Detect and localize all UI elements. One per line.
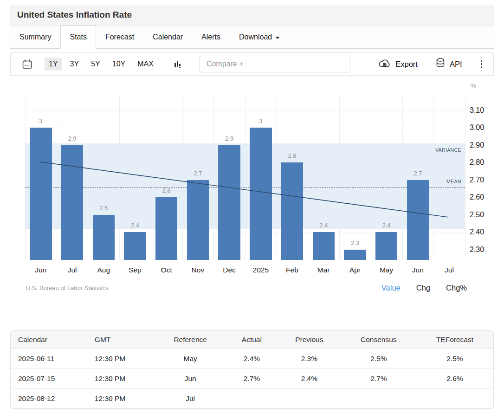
range-button-1y[interactable]: 1Y bbox=[45, 58, 62, 71]
table-cell: 12:30 PM bbox=[87, 369, 155, 389]
tab-stats[interactable]: Stats bbox=[60, 26, 96, 49]
data-source-attribution: U.S. Bureau of Labor Statistics bbox=[26, 284, 109, 291]
bar-chart-icon[interactable] bbox=[174, 60, 182, 68]
y-axis-tick: 2.30 bbox=[470, 245, 484, 255]
range-button-max[interactable]: MAX bbox=[133, 58, 158, 71]
y-axis-tick: 2.60 bbox=[470, 192, 484, 202]
x-axis-label: Jul bbox=[57, 266, 88, 274]
tab-summary[interactable]: Summary bbox=[10, 26, 60, 48]
table-cell bbox=[226, 389, 278, 409]
y-axis: % 3.103.002.902.802.702.602.502.402.30 bbox=[465, 95, 494, 260]
table-cell: 2.3% bbox=[278, 349, 341, 369]
y-axis-tick: 3.10 bbox=[470, 105, 484, 116]
table-cell: 2.4% bbox=[278, 369, 341, 389]
x-axis-label: Oct bbox=[151, 266, 182, 274]
tab-download[interactable]: Download bbox=[230, 26, 289, 48]
toggle-chgpct[interactable]: Chg% bbox=[446, 284, 467, 292]
calendar-table: CalendarGMTReferenceActualPreviousConsen… bbox=[10, 330, 494, 409]
toggle-value[interactable]: Value bbox=[381, 284, 401, 292]
table-cell: 12:30 PM bbox=[87, 349, 155, 369]
database-icon bbox=[435, 58, 446, 71]
x-axis-label: Apr bbox=[339, 266, 371, 274]
tab-label: Stats bbox=[70, 33, 86, 41]
y-axis-tick: 2.90 bbox=[470, 140, 484, 150]
table-header-cell: Consensus bbox=[341, 331, 416, 349]
table-row: 2025-06-1112:30 PMMay2.4%2.3%2.5%2.5% bbox=[11, 349, 493, 369]
y-axis-tick: 2.40 bbox=[470, 227, 484, 237]
table-header-cell: Calendar bbox=[11, 331, 87, 349]
x-axis-label: Jul bbox=[433, 266, 465, 274]
kebab-menu-icon[interactable] bbox=[479, 58, 485, 70]
tab-forecast[interactable]: Forecast bbox=[96, 26, 143, 48]
x-axis-label: Sep bbox=[119, 266, 151, 274]
y-axis-tick: 2.50 bbox=[470, 210, 484, 220]
x-axis-label: Jun bbox=[25, 266, 57, 274]
tab-label: Download bbox=[239, 33, 272, 41]
api-button[interactable]: API bbox=[435, 58, 462, 71]
table-header-cell: Actual bbox=[226, 331, 278, 349]
table-cell bbox=[341, 389, 416, 409]
tab-label: Alerts bbox=[201, 33, 220, 41]
page-title: United States Inflation Rate bbox=[10, 5, 494, 26]
table-header-cell: Reference bbox=[155, 331, 226, 349]
chart-plot-area: VARIANCEMEAN32.92.52.42.62.72.932.82.42.… bbox=[25, 95, 465, 260]
calendar-icon[interactable] bbox=[22, 59, 32, 70]
table-header-row: CalendarGMTReferenceActualPreviousConsen… bbox=[11, 331, 493, 349]
range-button-3y[interactable]: 3Y bbox=[66, 58, 84, 71]
range-button-5y[interactable]: 5Y bbox=[87, 58, 104, 71]
table-cell: 2.5% bbox=[341, 349, 416, 369]
tab-label: Calendar bbox=[153, 33, 183, 41]
export-label: Export bbox=[395, 60, 418, 69]
chart-toolbar: 1Y3Y5Y10YMAX Export bbox=[10, 52, 494, 76]
x-axis-label: Dec bbox=[213, 266, 245, 274]
series-toggle-group: ValueChgChg% bbox=[381, 284, 467, 292]
x-axis-label: May bbox=[371, 266, 402, 274]
table-header-cell: TEForecast bbox=[416, 331, 493, 349]
y-axis-tick: 3.00 bbox=[470, 123, 484, 133]
api-label: API bbox=[450, 60, 462, 69]
chevron-down-icon bbox=[275, 37, 280, 39]
x-axis-label: Jun bbox=[402, 266, 433, 274]
table-cell: 2.4% bbox=[226, 349, 278, 369]
tab-alerts[interactable]: Alerts bbox=[192, 26, 230, 48]
table-cell: 12:30 PM bbox=[87, 389, 155, 409]
x-axis-label: Nov bbox=[182, 266, 214, 274]
table-cell: 2025-06-11 bbox=[11, 349, 87, 369]
toggle-chg[interactable]: Chg bbox=[416, 284, 430, 292]
table-row: 2025-07-1512:30 PMJun2.7%2.4%2.7%2.6% bbox=[11, 369, 493, 389]
table-cell: 2025-08-12 bbox=[11, 389, 87, 409]
x-axis-label: Feb bbox=[277, 266, 308, 274]
tab-label: Forecast bbox=[105, 33, 134, 41]
y-axis-tick: 2.70 bbox=[470, 175, 484, 185]
table-cell: Jun bbox=[155, 369, 226, 389]
x-axis-label: 2025 bbox=[245, 266, 277, 274]
cloud-export-icon bbox=[378, 58, 391, 70]
range-selector: 1Y3Y5Y10YMAX bbox=[45, 58, 158, 71]
table-cell: Jul bbox=[155, 389, 226, 409]
chart-section: VARIANCEMEAN32.92.52.42.62.72.932.82.42.… bbox=[10, 95, 494, 292]
table-cell: May bbox=[155, 349, 226, 369]
page-container: United States Inflation Rate SummaryStat… bbox=[0, 0, 504, 409]
export-button[interactable]: Export bbox=[378, 58, 418, 70]
y-axis-tick: 2.80 bbox=[470, 157, 484, 168]
trend-line bbox=[25, 95, 465, 260]
x-axis-label: Aug bbox=[88, 266, 119, 274]
tab-calendar[interactable]: Calendar bbox=[143, 26, 192, 48]
table-cell: 2025-07-15 bbox=[11, 369, 87, 389]
table-cell bbox=[278, 389, 341, 409]
table-cell: 2.6% bbox=[416, 369, 493, 389]
compare-input[interactable] bbox=[200, 56, 350, 72]
range-button-10y[interactable]: 10Y bbox=[108, 58, 129, 71]
tab-label: Summary bbox=[19, 33, 51, 41]
x-axis: JunJulAugSepOctNovDec2025FebMarAprMayJun… bbox=[25, 260, 465, 274]
table-header-cell: Previous bbox=[278, 331, 341, 349]
table-cell: 2.5% bbox=[416, 349, 493, 369]
table-header-cell: GMT bbox=[87, 331, 155, 349]
tab-bar: SummaryStatsForecastCalendarAlertsDownlo… bbox=[10, 26, 494, 49]
table-row: 2025-08-1212:30 PMJul bbox=[11, 389, 493, 409]
x-axis-label: Mar bbox=[308, 266, 339, 274]
table-cell bbox=[416, 389, 493, 409]
table-cell: 2.7% bbox=[226, 369, 278, 389]
table-cell: 2.7% bbox=[341, 369, 416, 389]
y-axis-unit: % bbox=[471, 82, 476, 89]
